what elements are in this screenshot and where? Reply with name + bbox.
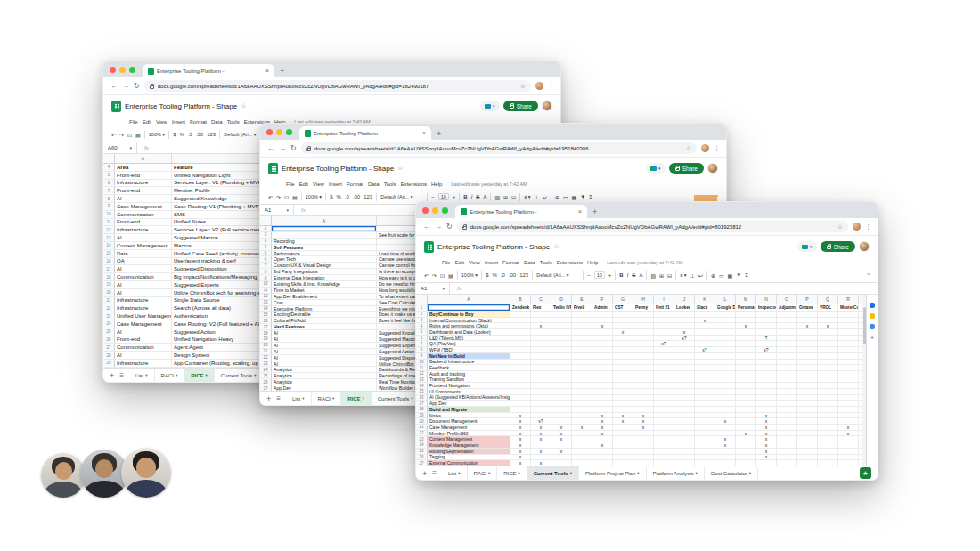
- cell[interactable]: [674, 418, 695, 424]
- cell[interactable]: [715, 336, 736, 341]
- cell[interactable]: x: [510, 425, 531, 430]
- cell[interactable]: [613, 395, 633, 401]
- cell[interactable]: [695, 436, 715, 442]
- cell[interactable]: [633, 336, 654, 341]
- insert-link-icon[interactable]: ⊕: [555, 194, 559, 200]
- column-header-D[interactable]: D: [551, 295, 572, 304]
- cell[interactable]: [633, 389, 654, 394]
- cell[interactable]: [818, 389, 838, 394]
- bold-icon[interactable]: B: [619, 272, 623, 278]
- cell[interactable]: [818, 336, 838, 341]
- cell[interactable]: [715, 383, 736, 388]
- sheet-tab-platform-analysis[interactable]: Platform Analysis▾: [647, 466, 705, 480]
- caret-down-icon[interactable]: ▾: [519, 471, 520, 475]
- cell[interactable]: x: [592, 442, 613, 448]
- caret-down-icon[interactable]: ▾: [411, 396, 412, 401]
- cell[interactable]: [510, 371, 531, 377]
- cell[interactable]: [797, 341, 818, 346]
- cell[interactable]: [715, 329, 736, 335]
- cell[interactable]: [838, 341, 859, 346]
- row-number[interactable]: 20: [260, 343, 272, 348]
- browser-menu-icon[interactable]: ⋮: [865, 223, 870, 231]
- cell[interactable]: [654, 455, 674, 460]
- paint-format-icon[interactable]: ▤: [135, 132, 141, 138]
- menu-insert[interactable]: Insert: [329, 182, 342, 187]
- cell[interactable]: AI: [272, 361, 377, 367]
- caret-down-icon[interactable]: ▾: [488, 471, 490, 475]
- italic-icon[interactable]: I: [627, 272, 629, 278]
- cell[interactable]: Performance: [272, 251, 377, 256]
- cell[interactable]: [736, 413, 756, 418]
- cell[interactable]: x: [510, 455, 531, 460]
- row-number[interactable]: 3: [416, 318, 428, 323]
- menu-edit[interactable]: Edit: [299, 182, 308, 187]
- cell[interactable]: x: [531, 431, 551, 436]
- cell[interactable]: [531, 413, 551, 418]
- column-header-C[interactable]: C: [531, 295, 551, 304]
- row-number[interactable]: 15: [416, 389, 428, 394]
- bookmark-star-icon[interactable]: ☆: [520, 83, 526, 90]
- cell[interactable]: [633, 395, 654, 401]
- row-label-cell[interactable]: Feedback: [428, 365, 510, 370]
- cell[interactable]: [838, 418, 859, 424]
- cell[interactable]: [592, 383, 613, 388]
- cell[interactable]: Communication: [115, 273, 172, 280]
- back-icon[interactable]: ←: [423, 223, 430, 231]
- cell[interactable]: [695, 383, 715, 388]
- row-number[interactable]: 8: [103, 195, 115, 202]
- document-title[interactable]: Enterprise Tooling Platform - Shape: [125, 102, 237, 110]
- cell[interactable]: [592, 365, 613, 370]
- cell[interactable]: [777, 353, 797, 359]
- cell[interactable]: [674, 312, 695, 317]
- row-number[interactable]: 4: [416, 323, 428, 328]
- row-number[interactable]: 5: [103, 172, 115, 179]
- cell[interactable]: Case Management: [115, 320, 172, 328]
- cell[interactable]: [715, 360, 736, 365]
- reload-icon[interactable]: ↻: [290, 144, 297, 152]
- cell[interactable]: x: [613, 418, 633, 424]
- cell[interactable]: [674, 449, 695, 454]
- cell[interactable]: [531, 329, 551, 335]
- cell[interactable]: Infrastructure: [115, 226, 172, 233]
- cell[interactable]: [736, 347, 756, 352]
- cell[interactable]: [715, 318, 736, 323]
- row-number[interactable]: 4: [260, 245, 272, 250]
- cell[interactable]: [613, 347, 633, 352]
- cell[interactable]: [838, 413, 859, 418]
- cell[interactable]: AI: [272, 349, 377, 354]
- cell[interactable]: [572, 389, 592, 394]
- cell[interactable]: [592, 360, 613, 365]
- cell[interactable]: [797, 377, 818, 383]
- cell[interactable]: [838, 449, 859, 454]
- cell[interactable]: [797, 336, 818, 341]
- cell[interactable]: [613, 455, 633, 460]
- zoom-select[interactable]: 100% ▾: [461, 272, 478, 278]
- cell[interactable]: x: [551, 449, 572, 454]
- increase-decimal-icon[interactable]: .00: [196, 132, 203, 137]
- cell[interactable]: [551, 395, 572, 401]
- tool-column-header[interactable]: VROL: [818, 304, 838, 311]
- cell[interactable]: [551, 407, 572, 412]
- tool-column-header[interactable]: Twilio IVR: [551, 304, 572, 311]
- font-size-value[interactable]: 10: [438, 193, 449, 200]
- cell[interactable]: [736, 341, 756, 346]
- column-header-N[interactable]: N: [756, 295, 777, 304]
- cell[interactable]: [674, 389, 695, 394]
- last-edit-link[interactable]: Last edit was yesterday at 7:42 AM: [607, 260, 682, 265]
- cell[interactable]: [613, 371, 633, 377]
- merge-cells-icon[interactable]: ⊟: [667, 272, 672, 279]
- caret-down-icon[interactable]: ▾: [176, 373, 177, 377]
- cell[interactable]: [756, 323, 777, 328]
- cell[interactable]: Cost: [272, 300, 377, 305]
- cell[interactable]: [797, 318, 818, 323]
- column-header-R[interactable]: R: [838, 295, 859, 304]
- cell[interactable]: [797, 329, 818, 335]
- cell[interactable]: [736, 449, 756, 454]
- format-currency-icon[interactable]: $: [330, 194, 332, 199]
- caret-down-icon[interactable]: ▾: [363, 396, 364, 401]
- sheet-tab-cost-calculator[interactable]: Cost Calculator▾: [705, 466, 758, 480]
- row-number[interactable]: 12: [260, 294, 272, 299]
- cell[interactable]: [510, 365, 531, 370]
- cell[interactable]: [777, 455, 797, 460]
- cell[interactable]: [797, 401, 818, 406]
